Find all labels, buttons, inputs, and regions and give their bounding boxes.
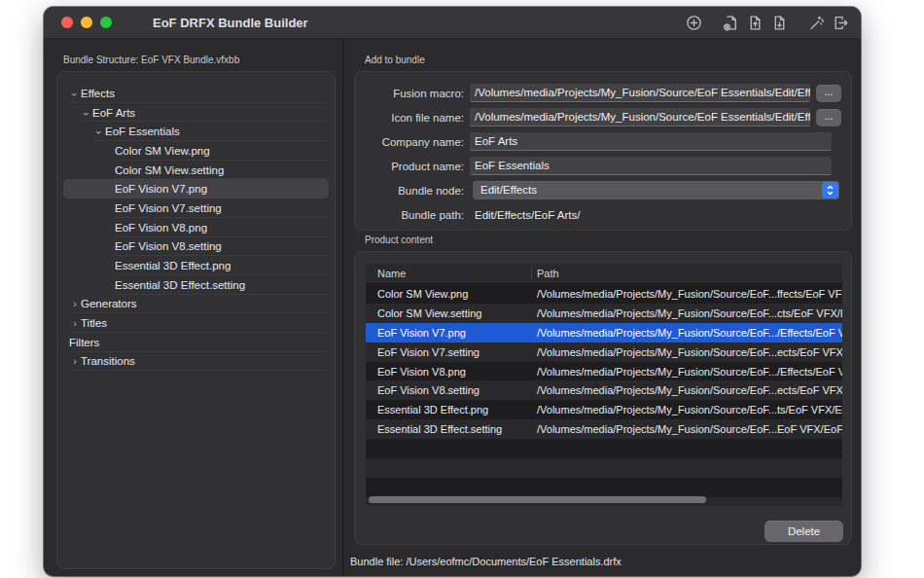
tree-item[interactable]: EoF Vision V8.png [57,218,335,237]
fusion-macro-row: Fusion macro: /Volumes/media/Projects/My… [355,81,851,105]
tree-item[interactable]: ›Generators [57,295,335,314]
tree-item-label: EoF Arts [92,107,135,119]
tree-item[interactable]: EoF Vision V7.setting [57,199,335,218]
bundle-path-label: Bundle path: [355,209,464,221]
tree-item[interactable]: ›EoF Arts [57,103,335,123]
tree-item-label: EoF Vision V7.png [115,183,207,195]
new-document-badge-icon[interactable] [722,14,739,31]
company-name-row: Company name: EoF Arts [355,129,851,154]
bundle-structure-header: Bundle Structure: EoF VFX Bundle.vfxbb [63,54,239,65]
icon-file-row: Icon file name: /Volumes/media/Projects/… [355,105,851,129]
tree-item[interactable]: Color SM View.setting [57,161,335,180]
table-row[interactable]: EoF Vision V7.png/Volumes/media/Projects… [366,323,842,343]
tree-item-label: Essential 3D Effect.png [115,260,231,271]
cell-path: /Volumes/media/Projects/My_Fusion/Source… [531,307,842,319]
table-row[interactable]: Essential 3D Effect.png/Volumes/media/Pr… [366,400,842,419]
app-window: EoF DRFX Bundle Builder [44,7,861,576]
tree-item[interactable]: Essential 3D Effect.png [57,256,335,275]
window-title: EoF DRFX Bundle Builder [153,16,308,30]
minimize-window-button[interactable] [81,17,92,28]
tree-item[interactable]: Color SM View.png [57,141,335,161]
tree-item[interactable]: EoF Vision V8.setting [57,237,335,257]
column-divider[interactable] [531,268,532,279]
bundle-file-status: Bundle file: /Users/eofmc/Documents/EoF … [350,556,622,567]
table-row[interactable] [366,439,842,458]
tree-item-label: EoF Vision V8.setting [115,240,222,252]
cell-path: /Volumes/media/Projects/My_Fusion/Source… [531,423,842,435]
bundle-node-row: Bundle node: Edit/Effects [355,178,851,202]
table-row[interactable]: Essential 3D Effect.setting/Volumes/medi… [366,419,842,439]
fusion-macro-label: Fusion macro: [355,88,464,99]
table-rows: Color SM View.png/Volumes/media/Projects… [366,284,842,506]
export-document-icon[interactable] [770,14,788,31]
cell-name: Color SM View.png [366,288,531,300]
cell-name: EoF Vision V8.setting [366,384,531,396]
toolbar [685,14,849,31]
tree-item-label: EoF Vision V7.setting [115,202,222,214]
tree-item-label: Titles [81,317,107,329]
cell-name: Essential 3D Effect.png [366,404,531,415]
tree-item[interactable]: EoF Vision V7.png [63,179,329,199]
product-name-input[interactable]: EoF Essentials [470,157,832,175]
table-header: Name Path [366,264,842,284]
chevron-down-icon[interactable]: › [69,89,81,100]
tree-item[interactable]: ›Transitions [57,352,335,372]
tree-item[interactable]: Filters [57,333,335,352]
tree-item-label: Effects [81,88,115,99]
column-header-path[interactable]: Path [531,268,559,279]
icon-file-input[interactable]: /Volumes/media/Projects/My_Fusion/Source… [470,108,810,126]
bundle-path-value: Edit/Effects/EoF Arts/ [470,209,580,221]
tree-item[interactable]: Essential 3D Effect.setting [57,275,335,295]
cell-path: /Volumes/media/Projects/My_Fusion/Source… [531,346,842,358]
traffic-lights [61,17,112,28]
icon-file-label: Icon file name: [355,112,464,124]
chevron-right-icon[interactable]: › [69,355,81,367]
table-row[interactable] [366,478,842,497]
import-document-icon[interactable] [746,14,764,31]
bundle-node-dropdown[interactable]: Edit/Effects [473,181,839,199]
tree-item-label: Color SM View.setting [115,164,224,176]
column-header-name[interactable]: Name [366,268,531,279]
product-content-box: Name Path Color SM View.png/Volumes/medi… [354,251,852,545]
cell-path: /Volumes/media/Projects/My_Fusion/Source… [531,288,842,300]
chevron-down-icon[interactable]: › [81,108,92,120]
add-circle-icon[interactable] [685,14,702,31]
company-name-label: Company name: [355,136,464,148]
delete-button[interactable]: Delete [764,521,843,542]
bundle-node-value: Edit/Effects [480,184,537,196]
tree-item-label: Filters [69,337,99,348]
add-to-bundle-label: Add to bundle [365,54,425,65]
icon-file-browse-button[interactable]: ... [816,109,841,126]
tree-item[interactable]: ›Effects [57,84,335,103]
tree-item-label: Color SM View.png [115,145,210,157]
export-window-icon[interactable] [832,14,849,31]
bundle-node-label: Bundle node: [355,185,464,197]
cell-name: Color SM View.setting [366,307,531,319]
table-row[interactable]: EoF Vision V7.setting/Volumes/media/Proj… [366,343,842,362]
tree-item-label: Generators [81,298,137,309]
tree-item-label: EoF Vision V8.png [115,222,207,234]
bundle-tree: ›Effects›EoF Arts›EoF EssentialsColor SM… [56,71,336,569]
table-row[interactable]: EoF Vision V8.setting/Volumes/media/Proj… [366,380,842,400]
build-wand-icon[interactable] [807,14,825,31]
chevron-down-icon[interactable]: › [93,126,105,138]
fusion-macro-browse-button[interactable]: ... [816,85,841,102]
table-row[interactable]: EoF Vision V8.png/Volumes/media/Projects… [366,362,842,381]
chevron-right-icon[interactable]: › [69,298,81,309]
table-row[interactable]: Color SM View.png/Volumes/media/Projects… [366,284,842,304]
zoom-window-button[interactable] [100,17,112,28]
add-to-bundle-form: Fusion macro: /Volumes/media/Projects/My… [354,71,852,231]
tree-item-label: EoF Essentials [105,126,180,137]
tree-item[interactable]: ›Titles [57,313,335,333]
chevron-right-icon[interactable]: › [69,317,81,329]
company-name-input[interactable]: EoF Arts [470,132,832,151]
fusion-macro-input[interactable]: /Volumes/media/Projects/My_Fusion/Source… [470,84,810,102]
close-window-button[interactable] [61,17,73,28]
table-row[interactable]: Color SM View.setting/Volumes/media/Proj… [366,304,842,323]
cell-name: Essential 3D Effect.setting [366,423,531,435]
horizontal-scrollbar[interactable] [369,496,706,503]
dropdown-chevrons-icon [822,182,838,199]
bundle-structure-pane: Bundle Structure: EoF VFX Bundle.vfxbb ›… [44,39,342,576]
table-row[interactable] [366,458,842,478]
tree-item[interactable]: ›EoF Essentials [57,122,335,141]
